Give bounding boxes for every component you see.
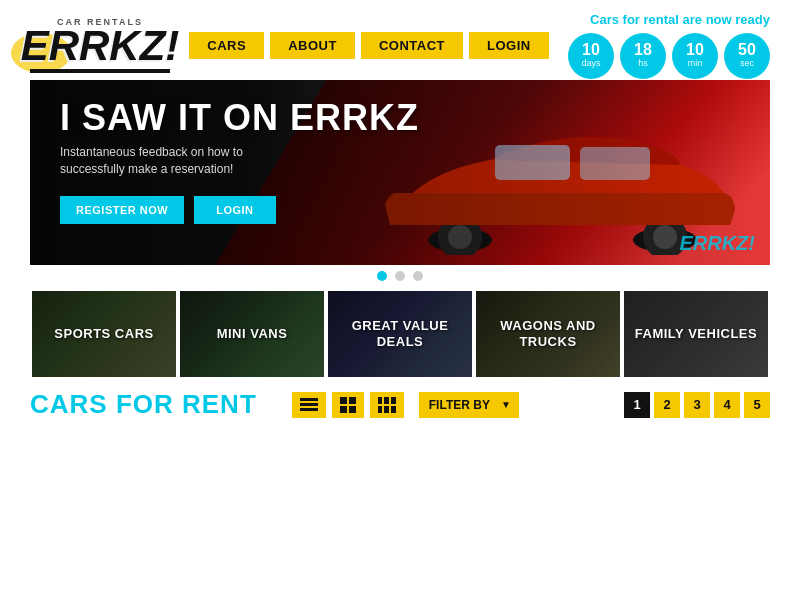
category-sports-cars[interactable]: SPORTS CARS <box>30 289 178 379</box>
nav-contact-button[interactable]: CONTACT <box>361 32 463 59</box>
cars-for-rent-title: CARS FOR RENT <box>30 389 257 420</box>
hero-dots <box>0 271 800 281</box>
nav-about-button[interactable]: ABOUT <box>270 32 355 59</box>
hero-watermark: ERRKZ! <box>679 232 755 255</box>
category-mini-vans[interactable]: MINI VANS <box>178 289 326 379</box>
timer-area: Cars for rental are now ready 10 days 18… <box>568 12 770 79</box>
logo-name: ERRKZ! <box>21 25 180 67</box>
timer-days: 10 days <box>568 33 614 79</box>
grid-3-icon <box>378 397 396 413</box>
timer-minutes: 10 min <box>672 33 718 79</box>
hero-buttons: REGISTER NOW LOGIN <box>60 196 419 224</box>
hero-banner: I SAW IT ON ERRKZ Instantaneous feedback… <box>30 80 770 265</box>
hero-subtitle: Instantaneous feedback on how to success… <box>60 144 280 178</box>
logo: CAR RENTALS ERRKZ! <box>30 17 170 73</box>
list-view-button[interactable] <box>292 392 326 418</box>
timer-bubbles: 10 days 18 hs 10 min 50 sec <box>568 33 770 79</box>
list-view-icon <box>300 398 318 411</box>
category-minivan-label: MINI VANS <box>217 326 288 342</box>
timer-hours: 18 hs <box>620 33 666 79</box>
grid-view-3-button[interactable] <box>370 392 404 418</box>
timer-seconds: 50 sec <box>724 33 770 79</box>
category-tiles: SPORTS CARS MINI VANS GREAT VALUE DEALS … <box>30 289 770 379</box>
pagination: 1 2 3 4 5 <box>624 392 770 418</box>
filter-select[interactable]: FILTER BY PRICE BRAND TYPE <box>419 392 519 418</box>
header: CAR RENTALS ERRKZ! CARS ABOUT CONTACT LO… <box>0 0 800 80</box>
category-family-vehicles[interactable]: FAMILY VEHICLES <box>622 289 770 379</box>
main-nav: CARS ABOUT CONTACT LOGIN <box>189 32 548 59</box>
logo-underline <box>30 69 170 73</box>
grid-2-icon <box>340 397 356 413</box>
register-button[interactable]: REGISTER NOW <box>60 196 184 224</box>
timer-label: Cars for rental are now ready <box>590 12 770 27</box>
hero-login-button[interactable]: LOGIN <box>194 196 275 224</box>
filter-wrapper: FILTER BY PRICE BRAND TYPE ▼ <box>419 392 519 418</box>
category-wagons-label: WAGONS AND TRUCKS <box>476 318 620 349</box>
page-5-button[interactable]: 5 <box>744 392 770 418</box>
view-options <box>292 392 404 418</box>
dot-1[interactable] <box>377 271 387 281</box>
category-wagons-trucks[interactable]: WAGONS AND TRUCKS <box>474 289 622 379</box>
page-2-button[interactable]: 2 <box>654 392 680 418</box>
page-4-button[interactable]: 4 <box>714 392 740 418</box>
nav-cars-button[interactable]: CARS <box>189 32 264 59</box>
page-1-button[interactable]: 1 <box>624 392 650 418</box>
dot-2[interactable] <box>395 271 405 281</box>
nav-login-button[interactable]: LOGIN <box>469 32 549 59</box>
category-great-value[interactable]: GREAT VALUE DEALS <box>326 289 474 379</box>
hero-content: I SAW IT ON ERRKZ Instantaneous feedback… <box>60 100 419 224</box>
category-family-label: FAMILY VEHICLES <box>635 326 757 342</box>
hero-title: I SAW IT ON ERRKZ <box>60 100 419 136</box>
category-sports-label: SPORTS CARS <box>54 326 153 342</box>
dot-3[interactable] <box>413 271 423 281</box>
page-3-button[interactable]: 3 <box>684 392 710 418</box>
category-greatvalue-label: GREAT VALUE DEALS <box>328 318 472 349</box>
grid-view-2-button[interactable] <box>332 392 364 418</box>
cars-for-rent-section: CARS FOR RENT <box>0 379 800 420</box>
